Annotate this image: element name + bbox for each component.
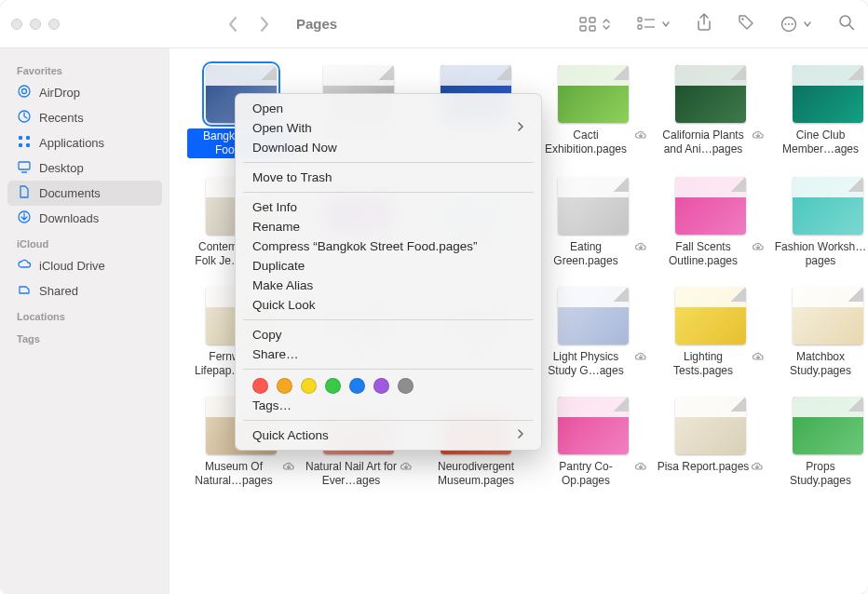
menu-item-get-info[interactable]: Get Info: [236, 197, 541, 217]
file-thumbnail: [675, 397, 746, 454]
menu-separator: [243, 319, 534, 320]
back-button[interactable]: [227, 16, 238, 33]
file-name: Eating Green.pages: [539, 240, 647, 268]
file-item[interactable]: Lighting Tests.pages: [656, 287, 766, 378]
svg-point-10: [785, 23, 787, 25]
svg-line-14: [849, 25, 854, 30]
file-item[interactable]: Light Physics Study G…ages: [538, 287, 648, 378]
file-name: Light Physics Study G…ages: [539, 350, 647, 378]
file-name: Natural Nail Art for Ever…ages: [305, 460, 413, 488]
group-button[interactable]: [637, 17, 671, 32]
tag-color-dot[interactable]: [301, 378, 317, 394]
search-button[interactable]: [838, 14, 855, 34]
tag-color-dot[interactable]: [277, 378, 292, 394]
menu-item-label: Share…: [252, 347, 299, 361]
file-name: Cine Club Member…ages: [774, 128, 868, 156]
file-name: Neurodivergent Museum.pages: [422, 460, 530, 488]
sidebar-item-recents[interactable]: Recents: [7, 105, 162, 130]
file-item[interactable]: Eating Green.pages: [538, 177, 648, 268]
menu-item-open-with[interactable]: Open With: [236, 118, 541, 138]
file-item[interactable]: Pantry Co-Op.pages: [538, 397, 648, 488]
svg-rect-18: [19, 136, 22, 140]
file-thumbnail: [793, 65, 863, 123]
menu-item-label: Rename: [252, 220, 300, 234]
menu-item-tags[interactable]: Tags…: [236, 396, 541, 415]
sidebar-item-applications[interactable]: Applications: [7, 130, 162, 155]
zoom-window-button[interactable]: [48, 19, 60, 30]
svg-point-16: [22, 89, 27, 94]
file-item[interactable]: Fashion Worksh…pages: [773, 177, 868, 268]
cloud-download-icon: [634, 351, 647, 364]
location-title: Pages: [296, 16, 337, 32]
action-button[interactable]: [780, 16, 812, 33]
menu-item-rename[interactable]: Rename: [236, 217, 541, 236]
menu-item-make-alias[interactable]: Make Alias: [236, 276, 541, 295]
tag-color-dot[interactable]: [325, 378, 341, 394]
cloud-download-icon: [634, 461, 647, 474]
sidebar-item-label: Shared: [39, 284, 78, 298]
file-item[interactable]: Cacti Exhibition.pages: [538, 65, 648, 158]
sidebar-item-shared[interactable]: Shared: [7, 278, 162, 304]
file-item[interactable]: Pisa Report.pages: [656, 397, 766, 488]
tag-color-dot[interactable]: [398, 378, 414, 394]
cloud-icon: [17, 257, 32, 275]
file-thumbnail: [793, 397, 863, 454]
menu-item-download-now[interactable]: Download Now: [236, 138, 541, 157]
svg-point-15: [19, 86, 30, 97]
svg-point-13: [840, 16, 850, 26]
svg-rect-20: [19, 143, 22, 147]
menu-item-open[interactable]: Open: [236, 99, 541, 118]
close-window-button[interactable]: [11, 19, 22, 30]
sidebar-item-documents[interactable]: Documents: [7, 181, 162, 206]
file-thumbnail: [558, 177, 629, 235]
menu-item-compress-bangkok-street-food-pages[interactable]: Compress “Bangkok Street Food.pages”: [236, 236, 541, 256]
svg-point-8: [741, 18, 743, 20]
file-item[interactable]: Matchbox Study.pages: [773, 287, 868, 378]
sidebar-item-label: Recents: [39, 111, 84, 125]
menu-item-share[interactable]: Share…: [236, 344, 541, 364]
sidebar-item-airdrop[interactable]: AirDrop: [7, 80, 162, 105]
menu-item-quick-look[interactable]: Quick Look: [236, 295, 541, 315]
menu-item-copy[interactable]: Copy: [236, 325, 541, 344]
sidebar-item-desktop[interactable]: Desktop: [7, 155, 162, 181]
file-item[interactable]: California Plants and Ani…pages: [656, 65, 766, 158]
tag-color-dot[interactable]: [252, 378, 268, 394]
menu-item-label: Quick Actions: [252, 428, 329, 442]
menu-item-label: Duplicate: [252, 259, 305, 273]
file-thumbnail: [558, 65, 629, 123]
tag-color-dot[interactable]: [349, 378, 365, 394]
minimize-window-button[interactable]: [30, 19, 41, 30]
svg-rect-19: [26, 136, 30, 140]
file-item[interactable]: Props Study.pages: [773, 397, 868, 488]
menu-item-quick-actions[interactable]: Quick Actions: [236, 425, 541, 445]
menu-item-move-to-trash[interactable]: Move to Trash: [236, 168, 541, 187]
tags-button[interactable]: [738, 14, 754, 34]
shared-icon: [17, 282, 32, 300]
file-thumbnail: [558, 397, 629, 454]
sidebar-item-downloads[interactable]: Downloads: [7, 206, 162, 231]
cloud-download-icon: [282, 461, 295, 474]
menu-item-duplicate[interactable]: Duplicate: [236, 256, 541, 276]
file-thumbnail: [675, 287, 746, 344]
file-item[interactable]: Cine Club Member…ages: [773, 65, 868, 158]
clock-icon: [17, 109, 32, 127]
tag-color-dot[interactable]: [373, 378, 389, 394]
file-name: Pantry Co-Op.pages: [539, 460, 647, 488]
sidebar-item-icloud-drive[interactable]: iCloud Drive: [7, 253, 162, 278]
file-item[interactable]: Fall Scents Outline.pages: [656, 177, 766, 268]
share-button[interactable]: [697, 13, 712, 35]
menu-item-label: Move to Trash: [252, 170, 332, 184]
cloud-download-icon: [752, 241, 765, 254]
file-name: Props Study.pages: [774, 460, 868, 488]
forward-button[interactable]: [259, 16, 270, 33]
file-name: Matchbox Study.pages: [774, 350, 868, 378]
chevron-right-icon: [517, 121, 524, 135]
svg-point-11: [788, 23, 790, 25]
file-name: Museum Of Natural…pages: [187, 460, 295, 488]
file-thumbnail: [675, 65, 746, 123]
menu-item-label: Tags…: [252, 398, 292, 412]
view-mode-button[interactable]: [579, 17, 611, 32]
menu-separator: [243, 420, 534, 421]
sidebar-item-label: Downloads: [39, 211, 99, 225]
menu-separator: [243, 192, 534, 193]
